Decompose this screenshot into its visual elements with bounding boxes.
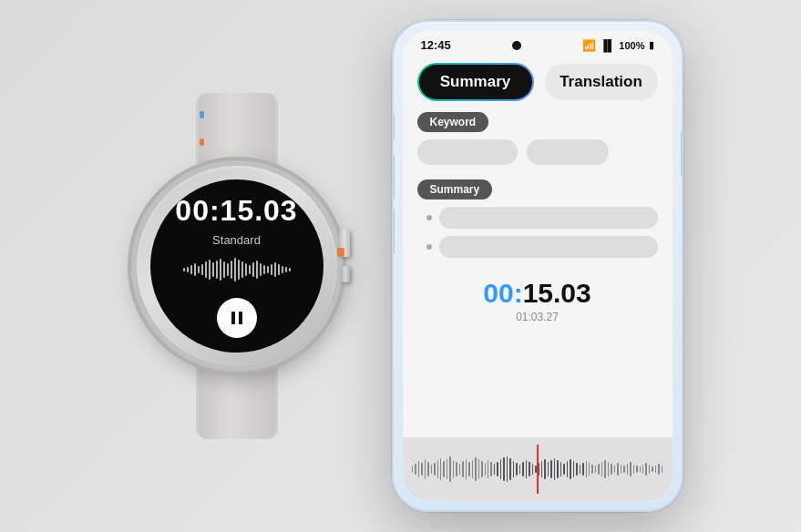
summary-section: Summary [417, 179, 658, 258]
waveform-bar [418, 461, 419, 477]
pause-bar-right [239, 312, 242, 324]
watch-waveform [183, 256, 291, 283]
tab-translation[interactable]: Translation [545, 64, 658, 100]
waveform-bar [633, 465, 634, 474]
waveform-bar [601, 462, 602, 476]
waveform-bar [434, 463, 435, 476]
waveform-bar [591, 465, 592, 474]
waveform-bar [453, 460, 454, 478]
waveform-bar [595, 466, 596, 473]
waveform-bar [440, 458, 441, 480]
phone-power-button[interactable] [681, 131, 683, 177]
waveform-bar [548, 462, 549, 476]
waveform-bar [560, 462, 561, 476]
waveform-bar [507, 456, 508, 482]
waveform-bar [421, 463, 422, 476]
waveform-bar [655, 466, 656, 473]
waveform-bar [630, 462, 631, 476]
scene: 00:15.03 Standard [0, 0, 801, 532]
waveform-bar [513, 461, 514, 477]
summary-line-1 [426, 207, 658, 229]
pause-bar-left [231, 312, 235, 324]
waveform-bar [478, 459, 479, 479]
waveform-bar [617, 463, 618, 476]
waveform-bar [468, 462, 469, 476]
battery-icon: ▮ [649, 39, 654, 51]
summary-bar-1 [439, 207, 658, 229]
phone-vol-up-button[interactable] [392, 154, 395, 200]
waveform-bar [456, 462, 457, 476]
waveform-bar [509, 458, 510, 480]
phone-mute-button[interactable] [392, 113, 395, 140]
summary-bar-2 [439, 236, 658, 258]
waveform-bar [443, 461, 444, 477]
waveform-bar [541, 461, 542, 477]
waveform-bar [623, 466, 624, 473]
watch-pause-button[interactable] [217, 298, 257, 338]
status-time: 12:45 [421, 38, 451, 52]
waveform-bar [576, 463, 577, 476]
waveform-bar [490, 462, 491, 476]
waveform-bar [437, 460, 438, 478]
timer-sub: 01:03.27 [417, 311, 658, 323]
waveform-bar [532, 464, 533, 475]
waveform-bar [500, 459, 501, 479]
waveform-bar [497, 462, 498, 476]
watch-mode-label: Standard [212, 233, 261, 247]
timer-main: 15.03 [523, 278, 591, 308]
wifi-icon: 📶 [582, 39, 596, 52]
waveform-bar [580, 465, 580, 474]
waveform-bar [582, 463, 583, 476]
waveform-bar [425, 459, 426, 479]
waveform-bar [462, 461, 463, 477]
waveform-bar [614, 466, 615, 473]
waveform-bar [427, 462, 428, 476]
waveform-bar [415, 464, 416, 475]
waveform-bar [570, 459, 570, 479]
watch-screen: 00:15.03 Standard [150, 179, 323, 353]
waveform-bar [494, 464, 495, 475]
waveform-bar [550, 460, 551, 478]
waveform-bar [475, 457, 476, 481]
waveform-bar [554, 458, 555, 480]
waveform-bar [544, 459, 545, 479]
watch-container: 00:15.03 Standard [118, 120, 355, 412]
waveform-bar [472, 460, 473, 478]
waveform-bar [519, 465, 520, 474]
summary-lines [417, 207, 658, 258]
waveform-bar [604, 460, 605, 478]
waveform-bar [563, 464, 564, 475]
waveform-bar [522, 462, 523, 476]
waveform-bar [488, 460, 488, 478]
waveform-bar [557, 460, 558, 478]
waveform-bar [459, 464, 460, 475]
waveform-bar [567, 461, 568, 477]
waveform-bar [642, 465, 643, 474]
tab-summary[interactable]: Summary [417, 63, 534, 101]
waveform-bar [645, 463, 646, 476]
waveform-bar [447, 459, 447, 479]
bullet-1 [426, 215, 432, 220]
waveform-bar [662, 466, 662, 473]
pause-icon [231, 312, 242, 324]
waveform-bar [573, 461, 574, 477]
status-bar: 12:45 📶 ▐▌ 100% ▮ [403, 31, 673, 56]
waveform-bar [658, 464, 659, 475]
tabs-row: Summary Translation [403, 56, 673, 112]
waveform-bar [627, 464, 628, 475]
bullet-2 [426, 244, 432, 250]
waveform-bar [516, 463, 517, 476]
timer-area: 00:15.03 01:03.27 [417, 269, 658, 329]
phone-vol-down-button[interactable] [392, 209, 395, 254]
waveform-bar [586, 461, 587, 477]
phone-screen: 12:45 📶 ▐▌ 100% ▮ Summary Translation [403, 31, 673, 501]
tab-summary-label: Summary [419, 65, 532, 99]
waveform-bar [412, 466, 413, 473]
waveform-bar [611, 464, 611, 475]
waveform-bar [529, 462, 529, 476]
summary-section-label: Summary [417, 179, 493, 200]
waveform-bar [649, 465, 650, 474]
waveform-bar [640, 466, 641, 472]
waveform-bar [652, 466, 652, 472]
summary-line-2 [426, 236, 658, 258]
